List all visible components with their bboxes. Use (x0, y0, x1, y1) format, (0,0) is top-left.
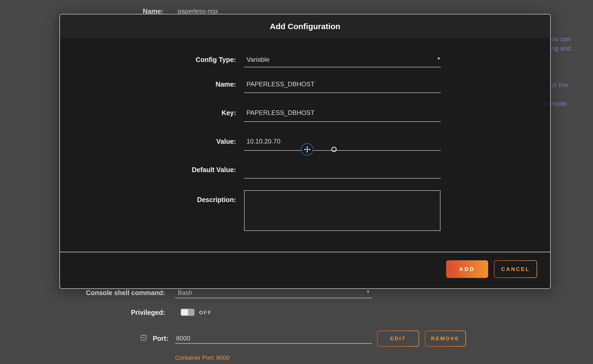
description-textarea[interactable] (244, 190, 440, 231)
chevron-down-icon: ▼ (437, 56, 441, 61)
help-text-fragment: nsole. (551, 100, 568, 108)
help-text-fragment: ng and (551, 44, 571, 52)
port-underline (175, 343, 372, 344)
port-value: 8000 (176, 334, 190, 343)
value-label: Value: (60, 137, 236, 146)
cancel-button[interactable]: CANCEL (494, 260, 537, 278)
name-underline (244, 92, 441, 93)
value-underline (244, 150, 441, 151)
help-text-fragment: st the (551, 81, 569, 89)
key-label: Key: (60, 109, 236, 117)
move-cursor-icon (301, 143, 313, 156)
description-label: Description: (60, 195, 236, 204)
modal-title: Add Configuration (60, 14, 550, 38)
name-label: Name: (60, 80, 236, 88)
default-value-label: Default Value: (60, 165, 236, 174)
key-underline (244, 121, 441, 122)
remove-button[interactable]: REMOVE (425, 331, 466, 347)
four-way-arrow-icon (303, 145, 311, 153)
pointer-circle-icon (331, 147, 337, 152)
config-type-underline (244, 67, 441, 67)
console-shell-select[interactable]: Bash (178, 288, 192, 297)
value-input[interactable]: 10.10.20.70 (246, 137, 280, 146)
add-button[interactable]: ADD (446, 260, 488, 278)
privileged-label: Privileged: (80, 308, 165, 317)
modal-header: Add Configuration (60, 14, 550, 38)
config-type-label: Config Type: (60, 55, 236, 64)
edit-button[interactable]: EDIT (377, 331, 419, 347)
privileged-state-text: OFF (199, 310, 212, 316)
port-label: Port: (115, 334, 168, 343)
console-shell-underline (175, 298, 372, 298)
default-value-underline (244, 178, 441, 179)
modal-footer-divider (60, 252, 550, 252)
toggle-knob (181, 309, 188, 315)
privileged-toggle[interactable] (181, 309, 195, 316)
key-input[interactable]: PAPERLESS_DBHOST (246, 109, 314, 117)
docker-config-page: Name: paperless-ngx ou can ng and st the… (0, 0, 593, 364)
name-input[interactable]: PAPERLESS_DBHOST (246, 80, 314, 88)
chevron-down-icon: ▼ (366, 289, 370, 294)
config-type-select[interactable]: Variable (246, 55, 269, 64)
console-shell-label: Console shell command: (80, 288, 165, 297)
container-port-text: Container Port: 8000 (175, 354, 229, 361)
help-text-fragment: ou can (551, 35, 571, 43)
